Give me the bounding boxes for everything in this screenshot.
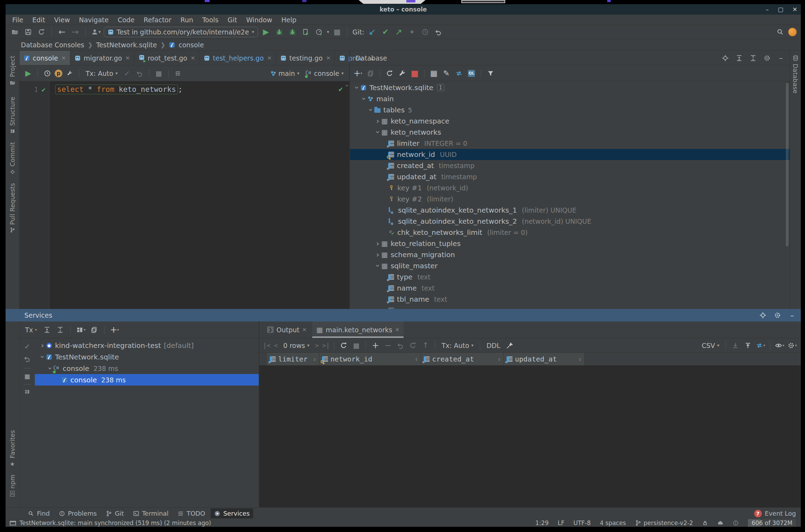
edit-icon[interactable]: ✎ [441, 68, 452, 79]
rows-count-select[interactable]: 0 rows▾ [281, 342, 312, 349]
user-icon[interactable]: ▾ [91, 27, 101, 37]
tree-row-schema_migration[interactable]: ›▦schema_migration [350, 249, 790, 260]
close-icon[interactable]: ✕ [62, 55, 66, 61]
tree-row-sqlite_autoindex_keto_networks_2[interactable]: ›iusqlite_autoindex_keto_networks_2(netw… [350, 216, 790, 227]
close-icon[interactable]: ✕ [395, 327, 400, 333]
profile-avatar[interactable] [788, 28, 797, 36]
first-page-icon[interactable]: |< [263, 342, 271, 349]
locate-icon[interactable] [720, 53, 730, 63]
sort-icon[interactable]: ⇕ [313, 356, 316, 362]
export-format-select[interactable]: CSV▾ [700, 342, 721, 349]
breadcrumb-console[interactable]: console [179, 41, 204, 49]
tree-row-keto_relation_tuples[interactable]: ›▦keto_relation_tuples [350, 238, 790, 249]
layout-icon[interactable] [24, 389, 30, 396]
chevron-down-icon[interactable]: › [360, 95, 367, 102]
toolwindow-button-services[interactable]: Services [211, 508, 253, 518]
revert-icon[interactable] [395, 340, 406, 351]
toolwindow-button-todo[interactable]: TODO [174, 508, 209, 518]
sync-icon[interactable] [36, 27, 47, 37]
menu-code[interactable]: Code [113, 15, 139, 25]
chevron-icon[interactable]: › [39, 354, 46, 360]
rollback-icon[interactable] [23, 355, 31, 364]
chevron-icon[interactable]: › [39, 342, 46, 349]
menu-git[interactable]: Git [223, 15, 242, 25]
sql-statement[interactable]: select * from keto_networks [55, 85, 178, 94]
sort-icon[interactable]: ⇕ [498, 356, 501, 362]
scrollbar-thumb[interactable] [786, 83, 789, 246]
debug-icon[interactable] [274, 27, 284, 37]
minimize-icon[interactable]: – [766, 6, 769, 13]
stop-icon[interactable]: ■ [24, 373, 30, 380]
inspections-chevron-icon[interactable]: ⌄ [345, 81, 349, 87]
stop-icon[interactable]: ■ [351, 340, 361, 351]
menu-view[interactable]: View [50, 15, 75, 25]
save-icon[interactable] [23, 27, 33, 37]
filter-icon[interactable] [485, 68, 496, 79]
sidebar-item-structure[interactable]: Structure [6, 97, 19, 134]
cancel-icon[interactable]: ■ [154, 68, 164, 79]
sync-arrows-icon[interactable] [454, 68, 464, 79]
run-icon[interactable]: ▶ [261, 27, 271, 37]
tab-Output[interactable]: ❯Output✕ [263, 321, 311, 338]
service-row-TestNetwork-sqlite[interactable]: ›TestNetwork.sqlite [35, 351, 259, 363]
column-header-network_id[interactable]: network_id⇕ [319, 353, 421, 365]
ddl-button[interactable]: DDL [484, 342, 502, 349]
next-page-icon[interactable]: > [315, 342, 319, 349]
collapse-all-icon[interactable] [55, 325, 65, 335]
menu-edit[interactable]: Edit [28, 15, 50, 25]
gear-icon[interactable] [762, 53, 772, 63]
reload-icon[interactable] [338, 340, 349, 351]
status-item-LF[interactable]: LF [558, 519, 564, 526]
chevron-down-icon[interactable]: › [374, 262, 381, 269]
open-icon[interactable] [10, 27, 20, 37]
tree-row-tables[interactable]: ›tables5 [350, 104, 790, 116]
sort-icon[interactable]: ⇕ [579, 356, 581, 362]
last-page-icon[interactable]: >| [322, 342, 330, 349]
refresh-icon[interactable] [384, 68, 395, 79]
status-item-4-spaces[interactable]: 4 spaces [600, 519, 626, 526]
column-header-limiter[interactable]: limiter⇕ [267, 353, 319, 365]
chevron-right-icon[interactable]: › [374, 251, 381, 258]
close-icon[interactable]: ✕ [792, 6, 797, 13]
schema-select[interactable]: main▾ [268, 70, 302, 77]
tree-row-partial[interactable]: › [350, 305, 790, 309]
coverage-icon[interactable] [287, 27, 298, 37]
sidebar-item-commit[interactable]: Commit [6, 142, 19, 175]
git-rollback-icon[interactable] [433, 27, 444, 37]
sql-editor[interactable]: 1 ✔ select * from keto_networks; ✔ ⌄ [19, 81, 349, 309]
breadcrumb-datasource[interactable]: TestNetwork.sqlite [96, 41, 157, 49]
code-line[interactable]: select * from keto_networks; [49, 81, 182, 309]
tree-row-sqlite_autoindex_keto_networks_1[interactable]: ›iusqlite_autoindex_keto_networks_1(limi… [350, 205, 790, 216]
commit-check-icon[interactable]: ✓ [122, 68, 132, 79]
status-item[interactable] [702, 520, 708, 526]
close-icon[interactable]: ✕ [302, 327, 307, 333]
group-by-icon[interactable]: ▾ [76, 325, 86, 335]
view-options-icon[interactable]: ▾ [774, 340, 785, 351]
status-item[interactable] [717, 520, 724, 526]
view-data-icon[interactable]: ▦ [429, 68, 439, 79]
tab-migrator-go[interactable]: migrator.go✕ [70, 51, 134, 65]
tab-root_test-go[interactable]: root_test.go✕ [134, 51, 200, 65]
tab-testing-go[interactable]: testing.go✕ [276, 51, 335, 65]
gear-icon[interactable]: ▾ [787, 340, 797, 351]
tree-row-key-1[interactable]: ›key #1(network_id) [350, 182, 790, 193]
prev-page-icon[interactable]: < [274, 342, 278, 349]
chevron-down-icon[interactable]: › [367, 106, 374, 113]
tree-row-TestNetwork-sqlite[interactable]: ›TestNetwork.sqlite1 [350, 82, 790, 93]
submit-icon[interactable] [408, 340, 418, 351]
sort-icon[interactable]: ⇕ [415, 356, 418, 362]
open-in-new-tab-icon[interactable] [89, 325, 99, 335]
tree-row-key-2[interactable]: ›key #2(limiter) [350, 193, 790, 205]
run-configuration-select[interactable]: Test in github.com/ory/keto/internal/e2e… [104, 27, 258, 37]
stop-icon[interactable]: ■ [409, 68, 420, 79]
chevron-right-icon[interactable]: › [374, 240, 381, 247]
tx-mode-select[interactable]: Tx: Auto▾ [84, 70, 120, 77]
service-row-console[interactable]: ›console238 ms [35, 363, 259, 374]
status-item-UTF-8[interactable]: UTF-8 [573, 519, 591, 526]
tx-select[interactable]: Tx▾ [23, 326, 39, 334]
hide-panel-icon[interactable]: – [787, 310, 797, 320]
profiler-icon[interactable] [300, 27, 311, 37]
delete-row-icon[interactable]: − [383, 340, 393, 351]
expand-all-icon[interactable] [734, 53, 744, 63]
column-header-updated_at[interactable]: updated_at⇕ [504, 353, 585, 365]
